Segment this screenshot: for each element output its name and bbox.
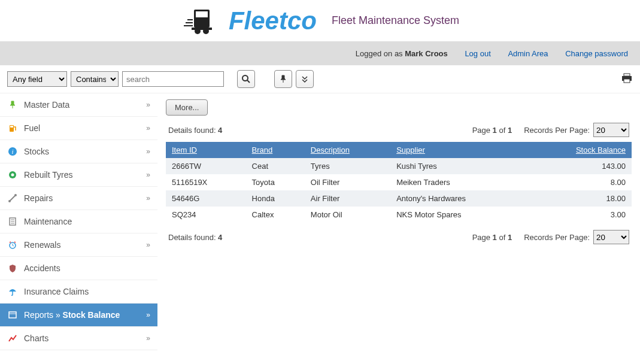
pin-icon (7, 99, 18, 110)
logo-icon (181, 5, 223, 37)
sidebar-item-rebuilt-tyres[interactable]: Rebuilt Tyres» (0, 163, 157, 187)
table-row[interactable]: 54646GHondaAir FilterAntony's Hardwares1… (166, 190, 632, 207)
cell-brand: Ceat (246, 158, 305, 174)
clipboard-icon (7, 216, 18, 227)
sidebar-item-label: Repairs (24, 193, 146, 203)
shield-icon (7, 263, 18, 274)
tagline: Fleet Maintenance System (332, 14, 459, 27)
chevron-right-icon: » (146, 194, 150, 202)
page-indicator: Page 1 of 1 (472, 233, 512, 242)
sidebar-item-label: Charts (24, 333, 146, 343)
svg-point-17 (14, 194, 17, 196)
svg-line-6 (247, 80, 250, 83)
table-row[interactable]: 2666TWCeatTyresKushi Tyres143.00 (166, 158, 632, 174)
cell-item_id: 54646G (166, 190, 246, 207)
col-header-item-id[interactable]: Item ID (166, 142, 246, 158)
change-password-link[interactable]: Change password (565, 49, 628, 58)
search-field-select[interactable]: Any field (7, 71, 67, 87)
svg-point-4 (203, 28, 209, 34)
sidebar-item-renewals[interactable]: Renewals» (0, 233, 157, 257)
cell-description: Tyres (305, 158, 390, 174)
cell-supplier: Antony's Hardwares (390, 190, 527, 207)
sidebar-item-stocks[interactable]: iStocks» (0, 140, 157, 163)
pin-button[interactable] (274, 70, 292, 88)
search-button[interactable] (237, 70, 255, 88)
main-content: More... Details found: 4Page 1 of 1Recor… (157, 93, 640, 350)
sidebar-item-label: Rebuilt Tyres (24, 170, 146, 180)
cell-balance: 8.00 (527, 174, 632, 190)
cell-supplier: Kushi Tyres (390, 158, 527, 174)
sidebar-item-reports[interactable]: Reports » Stock Balance» (0, 304, 157, 327)
page-indicator: Page 1 of 1 (472, 126, 512, 135)
more-button[interactable]: More... (166, 99, 208, 116)
chevron-right-icon: » (146, 311, 150, 319)
tools-icon (7, 193, 18, 204)
svg-rect-9 (624, 79, 630, 83)
svg-rect-23 (9, 312, 16, 318)
col-header-brand[interactable]: Brand (246, 142, 305, 158)
admin-area-link[interactable]: Admin Area (508, 49, 548, 58)
cell-description: Air Filter (305, 190, 390, 207)
table-row[interactable]: SQ234CaltexMotor OilNKS Motor Spares3.00 (166, 207, 632, 223)
results-summary: Details found: 4Page 1 of 1Records Per P… (166, 116, 632, 142)
sidebar-item-label: Reports » Stock Balance (24, 310, 146, 320)
svg-rect-11 (10, 126, 13, 128)
svg-point-5 (242, 75, 248, 81)
pin-icon (279, 75, 287, 83)
chevron-right-icon: » (146, 124, 150, 132)
umbrella-icon (7, 286, 18, 297)
cell-supplier: Meiken Traders (390, 174, 527, 190)
tyre-icon (7, 169, 18, 180)
info-icon: i (7, 146, 18, 157)
sidebar-item-accidents[interactable]: Accidents (0, 257, 157, 280)
svg-point-3 (195, 28, 201, 34)
search-toolbar: Any field Contains (0, 65, 640, 93)
cell-description: Motor Oil (305, 207, 390, 223)
cell-item_id: SQ234 (166, 207, 246, 223)
printer-icon (621, 73, 633, 84)
table-row[interactable]: 5116519XToyotaOil FilterMeiken Traders8.… (166, 174, 632, 190)
sidebar-item-master-data[interactable]: Master Data» (0, 93, 157, 117)
col-header-supplier[interactable]: Supplier (390, 142, 527, 158)
expand-button[interactable] (296, 70, 314, 88)
records-per-page-select[interactable]: 20 (593, 123, 629, 137)
sidebar-item-maintenance[interactable]: Maintenance (0, 210, 157, 233)
sidebar-item-insurance-claims[interactable]: Insurance Claims (0, 280, 157, 304)
sidebar-item-label: Fuel (24, 123, 146, 133)
svg-text:i: i (11, 148, 13, 155)
brand-name: Fleetco (229, 7, 317, 35)
sidebar-item-repairs[interactable]: Repairs» (0, 187, 157, 210)
svg-rect-1 (196, 11, 208, 17)
fuel-icon (7, 123, 18, 134)
cell-brand: Toyota (246, 174, 305, 190)
results-table: Item IDBrandDescriptionSupplierStock Bal… (166, 142, 632, 223)
svg-rect-7 (624, 74, 630, 76)
sidebar-item-label: Accidents (24, 263, 150, 273)
logout-link[interactable]: Log out (465, 49, 490, 58)
report-icon (7, 310, 18, 320)
sidebar-item-label: Master Data (24, 100, 146, 110)
cell-balance: 18.00 (527, 190, 632, 207)
clock-icon (7, 239, 18, 250)
sidebar-item-charts[interactable]: Charts» (0, 327, 157, 350)
sidebar-item-label: Stocks (24, 147, 146, 156)
logged-on-label: Logged on as Mark Croos (356, 49, 448, 58)
svg-rect-2 (192, 28, 212, 30)
chevron-right-icon: » (146, 171, 150, 179)
search-input[interactable] (122, 71, 224, 87)
results-summary: Details found: 4Page 1 of 1Records Per P… (166, 223, 632, 249)
print-button[interactable] (621, 73, 633, 86)
search-operator-select[interactable]: Contains (71, 71, 119, 87)
details-found: Details found: 4 (168, 126, 472, 135)
sidebar-item-label: Renewals (24, 240, 146, 250)
chevron-right-icon: » (146, 241, 150, 249)
sidebar-item-fuel[interactable]: Fuel» (0, 117, 157, 140)
cell-supplier: NKS Motor Spares (390, 207, 527, 223)
rpp-label: Records Per Page: (524, 126, 590, 135)
col-header-description[interactable]: Description (305, 142, 390, 158)
cell-item_id: 5116519X (166, 174, 246, 190)
svg-point-16 (8, 200, 11, 202)
col-header-stock-balance[interactable]: Stock Balance (527, 142, 632, 158)
cell-description: Oil Filter (305, 174, 390, 190)
records-per-page-select[interactable]: 20 (593, 230, 629, 244)
